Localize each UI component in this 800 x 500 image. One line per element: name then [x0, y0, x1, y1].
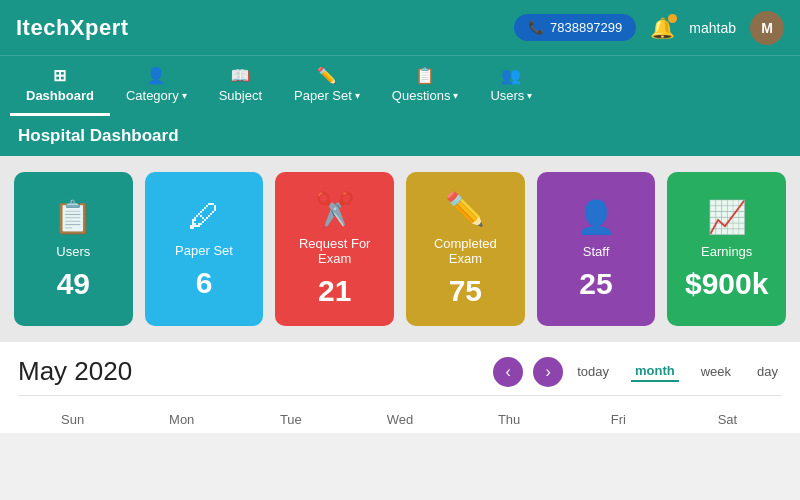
day-wed: Wed — [345, 406, 454, 433]
earnings-card-value: $900k — [685, 267, 768, 301]
tab-subject[interactable]: 📖 Subject — [203, 56, 278, 116]
card-completed-exam: ✏️ Completed Exam 75 — [406, 172, 525, 326]
paper-set-card-icon: 🖊 — [188, 198, 220, 235]
request-exam-card-icon: ✂️ — [315, 190, 355, 228]
completed-exam-card-icon: ✏️ — [445, 190, 485, 228]
view-day-button[interactable]: day — [753, 361, 782, 382]
phone-button[interactable]: 📞 7838897299 — [514, 14, 636, 41]
earnings-card-label: Earnings — [701, 244, 752, 259]
users-card-label: Users — [56, 244, 90, 259]
request-exam-card-label: Request For Exam — [289, 236, 380, 266]
day-thu: Thu — [455, 406, 564, 433]
page-title: Hospital Dashboard — [0, 116, 800, 156]
users-card-value: 49 — [57, 267, 90, 301]
notification-dot — [668, 14, 677, 23]
day-sat: Sat — [673, 406, 782, 433]
tab-category[interactable]: 👤 Category ▾ — [110, 56, 203, 116]
users-dropdown-arrow: ▾ — [527, 90, 532, 101]
calendar-controls: ‹ › today month week day — [493, 357, 782, 387]
stats-cards: 📋 Users 49 🖊 Paper Set 6 ✂️ Request For … — [0, 156, 800, 342]
card-users: 📋 Users 49 — [14, 172, 133, 326]
paper-set-card-label: Paper Set — [175, 243, 233, 258]
staff-card-icon: 👤 — [576, 198, 616, 236]
username-label: mahtab — [689, 20, 736, 36]
tab-paper-set[interactable]: ✏️ Paper Set ▾ — [278, 56, 376, 116]
calendar-view-buttons: today month week day — [573, 361, 782, 382]
nav-tabs-bar: ⊞ Dashboard 👤 Category ▾ 📖 Subject ✏️ Pa… — [0, 55, 800, 116]
paper-set-card-value: 6 — [196, 266, 213, 300]
tab-users-label: Users — [490, 88, 524, 103]
users-icon: 👥 — [501, 66, 521, 85]
calendar-next-button[interactable]: › — [533, 357, 563, 387]
tab-dashboard[interactable]: ⊞ Dashboard — [10, 56, 110, 116]
paper-set-dropdown-arrow: ▾ — [355, 90, 360, 101]
tab-questions-label: Questions — [392, 88, 451, 103]
dashboard-icon: ⊞ — [53, 66, 66, 85]
earnings-card-icon: 📈 — [707, 198, 747, 236]
tab-users[interactable]: 👥 Users ▾ — [474, 56, 548, 116]
tab-category-label: Category — [126, 88, 179, 103]
card-request-exam: ✂️ Request For Exam 21 — [275, 172, 394, 326]
day-tue: Tue — [236, 406, 345, 433]
completed-exam-card-value: 75 — [449, 274, 482, 308]
staff-card-value: 25 — [579, 267, 612, 301]
staff-card-label: Staff — [583, 244, 610, 259]
calendar-days-header: Sun Mon Tue Wed Thu Fri Sat — [18, 395, 782, 433]
navbar-right: 📞 7838897299 🔔 mahtab M — [514, 11, 784, 45]
calendar-title: May 2020 — [18, 356, 132, 387]
category-dropdown-arrow: ▾ — [182, 90, 187, 101]
calendar-prev-button[interactable]: ‹ — [493, 357, 523, 387]
view-month-button[interactable]: month — [631, 361, 679, 382]
tab-subject-label: Subject — [219, 88, 262, 103]
subject-icon: 📖 — [230, 66, 250, 85]
top-navbar: ItechXpert 📞 7838897299 🔔 mahtab M — [0, 0, 800, 55]
completed-exam-card-label: Completed Exam — [420, 236, 511, 266]
questions-dropdown-arrow: ▾ — [453, 90, 458, 101]
view-today-button[interactable]: today — [573, 361, 613, 382]
day-sun: Sun — [18, 406, 127, 433]
users-card-icon: 📋 — [53, 198, 93, 236]
card-earnings: 📈 Earnings $900k — [667, 172, 786, 326]
card-staff: 👤 Staff 25 — [537, 172, 656, 326]
phone-icon: 📞 — [528, 20, 544, 35]
tab-questions[interactable]: 📋 Questions ▾ — [376, 56, 475, 116]
calendar-section: May 2020 ‹ › today month week day Sun Mo… — [0, 342, 800, 433]
avatar-initials: M — [761, 20, 773, 36]
day-fri: Fri — [564, 406, 673, 433]
category-icon: 👤 — [146, 66, 166, 85]
card-paper-set: 🖊 Paper Set 6 — [145, 172, 264, 326]
questions-icon: 📋 — [415, 66, 435, 85]
avatar[interactable]: M — [750, 11, 784, 45]
day-mon: Mon — [127, 406, 236, 433]
calendar-header: May 2020 ‹ › today month week day — [18, 356, 782, 387]
paper-set-icon: ✏️ — [317, 66, 337, 85]
phone-number: 7838897299 — [550, 20, 622, 35]
request-exam-card-value: 21 — [318, 274, 351, 308]
tab-dashboard-label: Dashboard — [26, 88, 94, 103]
view-week-button[interactable]: week — [697, 361, 735, 382]
tab-paper-set-label: Paper Set — [294, 88, 352, 103]
notification-bell[interactable]: 🔔 — [650, 16, 675, 40]
brand-logo: ItechXpert — [16, 15, 129, 41]
